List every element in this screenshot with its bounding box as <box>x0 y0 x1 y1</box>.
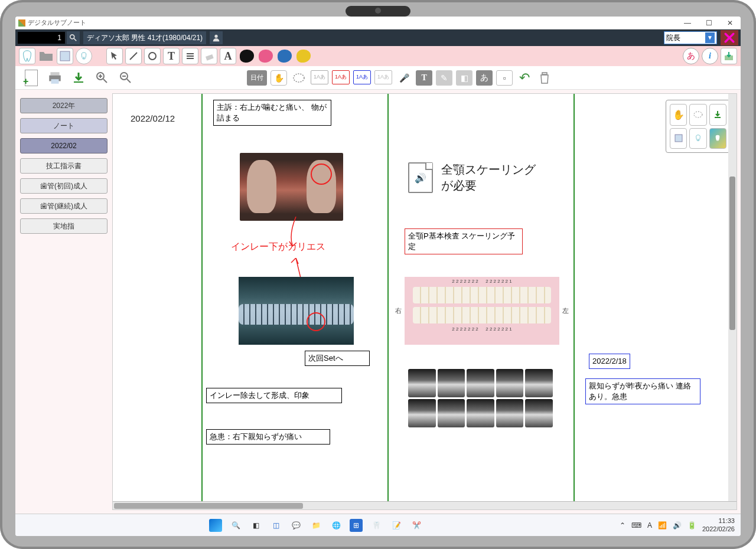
wifi-icon[interactable]: 📶 <box>658 521 667 530</box>
eraser-tool[interactable] <box>201 48 217 64</box>
app-snip-icon[interactable]: ✂️ <box>410 519 423 532</box>
lasso-tool-button[interactable] <box>291 70 307 86</box>
text-size-3[interactable]: 1Aあ <box>353 70 371 84</box>
app-close-button[interactable] <box>721 30 738 45</box>
task-view-icon[interactable]: ◧ <box>249 519 262 532</box>
role-select[interactable]: 院長 ▼ <box>664 31 717 44</box>
svg-line-4 <box>130 53 137 60</box>
teeth-chart[interactable]: 2 2 2 2 2 2 2 2 2 2 2 2 2 1 2 2 2 2 2 2 … <box>405 277 559 345</box>
zoom-out-button[interactable] <box>117 69 135 87</box>
minimize-button[interactable]: — <box>677 17 698 30</box>
taskbar-search-icon[interactable]: 🔍 <box>229 519 242 532</box>
sidebar-item-5[interactable]: 歯管(継続)成人 <box>20 198 107 214</box>
patient-id-field[interactable]: 1 <box>18 32 65 44</box>
dental-xray-grid[interactable] <box>408 369 553 428</box>
window-close-button[interactable]: ✕ <box>719 17 741 30</box>
undo-button[interactable]: ↶ <box>516 70 533 86</box>
floating-tool-palette[interactable]: ✋ <box>666 100 731 153</box>
window-titlebar: デジタルサブノート — ☐ ✕ <box>15 17 741 30</box>
sidebar-item-3[interactable]: 技工指示書 <box>20 158 107 174</box>
app-note-icon[interactable]: 📝 <box>390 519 403 532</box>
lines-tool[interactable] <box>182 48 198 64</box>
text-stamp-button[interactable]: T <box>416 70 432 86</box>
store-icon[interactable]: ⊞ <box>350 519 363 532</box>
clock[interactable]: 11:33 2022/02/26 <box>702 517 735 532</box>
keyboard-icon[interactable]: ⌨ <box>631 521 641 530</box>
export-button[interactable] <box>721 48 737 64</box>
panorama-xray[interactable] <box>239 277 354 345</box>
chief-complaint-box[interactable]: 主訴：右上が噛むと痛い、 物が詰まる <box>213 100 331 126</box>
eraser-small-button[interactable]: ◧ <box>456 70 472 86</box>
hand-tool-button[interactable]: ✋ <box>271 70 287 86</box>
pointer-tool[interactable] <box>106 48 123 64</box>
palette-hand-button[interactable]: ✋ <box>670 104 687 126</box>
ime-hand-button[interactable]: あ <box>476 70 493 86</box>
edge-icon[interactable]: 🌐 <box>330 519 343 532</box>
palette-note-button[interactable] <box>670 128 687 149</box>
print-button[interactable] <box>46 69 64 87</box>
ink-blue[interactable] <box>276 48 293 64</box>
tablet-frame: デジタルサブノート — ☐ ✕ 1 ディアソ太郎 男性 41才(1980/04/… <box>0 0 756 549</box>
text-tool[interactable]: T <box>163 48 180 64</box>
battery-icon[interactable]: 🔋 <box>687 521 696 530</box>
entry-date-2[interactable]: 2022/2/18 <box>589 354 630 369</box>
trash-button[interactable] <box>536 70 553 86</box>
volume-icon[interactable]: 🔊 <box>673 521 682 530</box>
circle-tool[interactable] <box>144 48 161 64</box>
note-canvas[interactable]: 2022/02/12 主訴：右上が噛むと痛い、 物が詰まる インレー下がカリエス… <box>113 94 737 509</box>
sidebar-item-0[interactable]: 2022年 <box>20 98 107 113</box>
maximize-button[interactable]: ☐ <box>698 17 719 30</box>
text-size-2[interactable]: 1Aあ <box>332 70 350 84</box>
next-set-box[interactable]: 次回Setへ <box>305 351 370 366</box>
date-stamp-button[interactable]: 日付 <box>247 70 267 86</box>
svg-line-20 <box>127 79 131 83</box>
line-tool[interactable] <box>125 48 142 64</box>
ink-pink[interactable] <box>258 48 274 64</box>
widgets-icon[interactable]: ◫ <box>269 519 282 532</box>
patient-portrait-button[interactable] <box>210 31 223 44</box>
new-page-button[interactable]: + <box>22 69 40 87</box>
text-size-4[interactable]: 1Aあ <box>374 70 392 84</box>
mic-button[interactable]: 🎤 <box>396 70 412 86</box>
info-button[interactable]: i <box>702 48 718 64</box>
vertical-scrollbar[interactable] <box>728 94 737 501</box>
audio-note[interactable]: 🔊 全顎スケーリング が必要 <box>408 162 536 194</box>
inlay-remove-box[interactable]: インレー除去して形成、印象 <box>206 388 342 403</box>
sidebar-item-4[interactable]: 歯管(初回)成人 <box>20 178 107 194</box>
explorer-icon[interactable]: 📁 <box>309 519 322 532</box>
app-tooth-icon[interactable]: 🦷 <box>370 519 383 532</box>
sidebar-item-6[interactable]: 実地指 <box>20 218 107 234</box>
exam-plan-box[interactable]: 全顎P基本検査 スケーリング予定 <box>405 228 523 254</box>
svg-rect-22 <box>542 73 547 74</box>
folder-open-button[interactable] <box>38 48 54 64</box>
ime-a-icon[interactable]: A <box>647 521 652 530</box>
emergency-box[interactable]: 急患：右下親知らずが痛い <box>206 429 330 445</box>
ink-yellow[interactable] <box>295 48 312 64</box>
horizontal-scrollbar[interactable] <box>113 501 737 509</box>
tooth-color-button[interactable] <box>19 48 35 64</box>
chat-icon[interactable]: 💬 <box>289 519 302 532</box>
palette-download-button[interactable] <box>709 104 726 126</box>
window-controls: — ☐ ✕ <box>677 17 741 30</box>
tooth-circle-button[interactable] <box>76 48 92 64</box>
notepad-button[interactable] <box>57 48 73 64</box>
start-button[interactable] <box>209 519 222 532</box>
ink-black[interactable] <box>239 48 255 64</box>
search-button[interactable] <box>67 31 80 44</box>
text-size-1[interactable]: 1Aあ <box>311 70 328 84</box>
tray-chevron-icon[interactable]: ⌃ <box>620 521 625 530</box>
palette-tooth-outline-button[interactable] <box>689 128 706 149</box>
intraoral-photo[interactable] <box>240 153 343 221</box>
wisdom-tooth-box[interactable]: 親知らずが昨夜から痛い 連絡あり。急患 <box>585 378 700 404</box>
ime-toggle-button[interactable]: あ <box>683 48 699 64</box>
palette-tooth-color-button[interactable] <box>709 128 726 149</box>
svg-rect-13 <box>51 79 59 84</box>
freehand-button[interactable]: ✎ <box>436 70 452 86</box>
palette-lasso-button[interactable] <box>689 104 706 126</box>
download-button[interactable] <box>70 69 87 87</box>
zoom-in-button[interactable] <box>93 69 111 87</box>
font-tool[interactable]: A <box>220 48 236 64</box>
sidebar-item-2[interactable]: 2022/02 <box>20 138 107 153</box>
sidebar-item-1[interactable]: ノート <box>20 118 107 133</box>
image-insert-button[interactable]: ▫ <box>496 70 513 86</box>
